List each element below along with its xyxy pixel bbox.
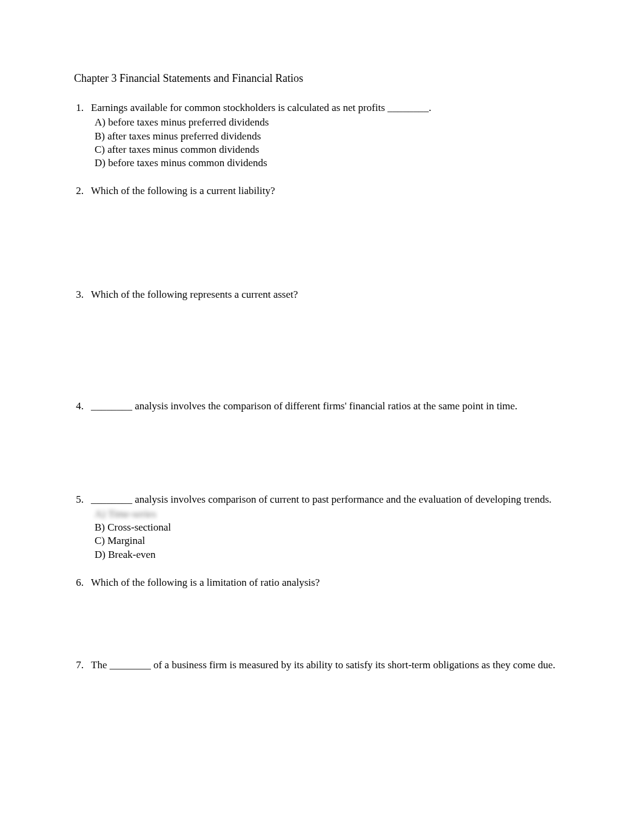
question-body: Which of the following is a limitation o… [91, 576, 574, 591]
question-item: 1. Earnings available for common stockho… [74, 101, 574, 169]
option-item: B) after taxes minus preferred dividends [95, 130, 574, 143]
option-list: A) Time-series B) Cross-sectional C) Mar… [91, 508, 574, 561]
question-item: 6. Which of the following is a limitatio… [74, 576, 574, 591]
option-item: A) before taxes minus preferred dividend… [95, 116, 574, 129]
question-body: Which of the following is a current liab… [91, 184, 574, 199]
question-text: The ________ of a business firm is measu… [91, 659, 574, 672]
option-item: D) Break-even [95, 548, 574, 562]
question-text: Which of the following is a limitation o… [91, 576, 574, 589]
question-text: ________ analysis involves comparison of… [91, 493, 574, 506]
question-number: 3. [74, 288, 91, 303]
question-body: The ________ of a business firm is measu… [91, 659, 574, 673]
question-number: 7. [74, 659, 91, 673]
question-number: 2. [74, 184, 91, 199]
question-item: 5. ________ analysis involves comparison… [74, 493, 574, 561]
question-body: ________ analysis involves comparison of… [91, 493, 574, 561]
question-body: Earnings available for common stockholde… [91, 101, 574, 169]
option-item: B) Cross-sectional [95, 521, 574, 534]
question-text: Which of the following represents a curr… [91, 288, 574, 301]
question-text: Which of the following is a current liab… [91, 184, 574, 198]
option-item: C) Marginal [95, 534, 574, 548]
chapter-title: Chapter 3 Financial Statements and Finan… [74, 72, 574, 86]
question-text: ________ analysis involves the compariso… [91, 400, 574, 413]
option-item: A) Time-series [95, 508, 574, 521]
question-body: Which of the following represents a curr… [91, 288, 574, 303]
question-text: Earnings available for common stockholde… [91, 101, 574, 115]
question-number: 1. [74, 101, 91, 169]
option-item: D) before taxes minus common dividends [95, 156, 574, 170]
question-item: 4. ________ analysis involves the compar… [74, 400, 574, 414]
question-item: 7. The ________ of a business firm is me… [74, 659, 574, 673]
question-number: 6. [74, 576, 91, 591]
question-body: ________ analysis involves the compariso… [91, 400, 574, 414]
question-item: 2. Which of the following is a current l… [74, 184, 574, 199]
question-item: 3. Which of the following represents a c… [74, 288, 574, 303]
option-item: C) after taxes minus common dividends [95, 143, 574, 156]
question-list: 1. Earnings available for common stockho… [74, 101, 574, 672]
question-number: 4. [74, 400, 91, 414]
option-list: A) before taxes minus preferred dividend… [91, 116, 574, 169]
question-number: 5. [74, 493, 91, 561]
